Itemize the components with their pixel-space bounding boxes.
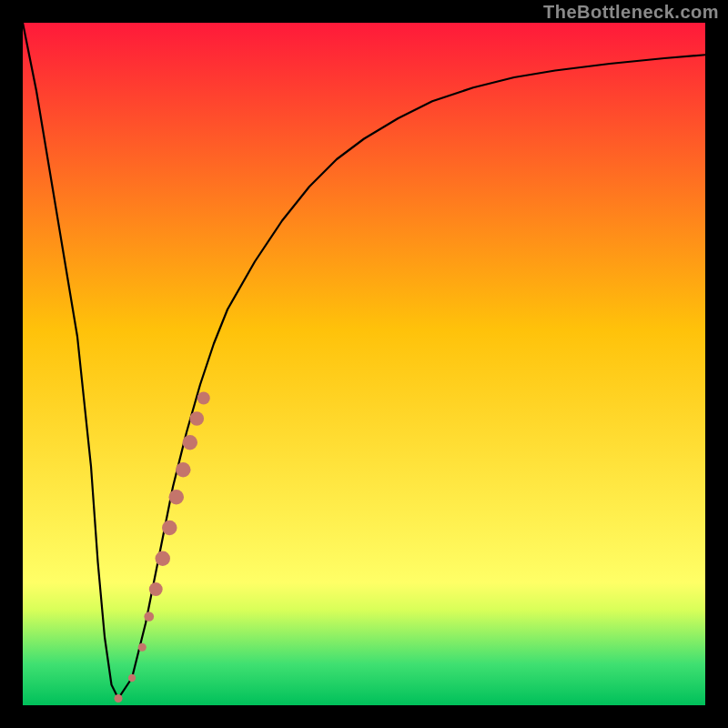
highlight-dot bbox=[144, 612, 154, 622]
highlight-dot bbox=[114, 694, 122, 703]
highlight-dot bbox=[156, 551, 171, 567]
highlight-dot bbox=[183, 435, 198, 450]
highlight-dot bbox=[189, 411, 204, 426]
chart-stage: TheBottleneck.com bbox=[0, 0, 728, 728]
attribution-label: TheBottleneck.com bbox=[543, 2, 719, 23]
bottleneck-chart bbox=[0, 0, 728, 728]
highlight-dot bbox=[149, 582, 163, 596]
highlight-dot bbox=[162, 521, 177, 536]
highlight-dot bbox=[197, 391, 210, 404]
highlight-dot bbox=[138, 643, 147, 652]
highlight-dot bbox=[169, 490, 185, 505]
highlight-dot bbox=[128, 674, 136, 682]
plot-area bbox=[23, 23, 705, 705]
highlight-dot bbox=[176, 462, 191, 478]
